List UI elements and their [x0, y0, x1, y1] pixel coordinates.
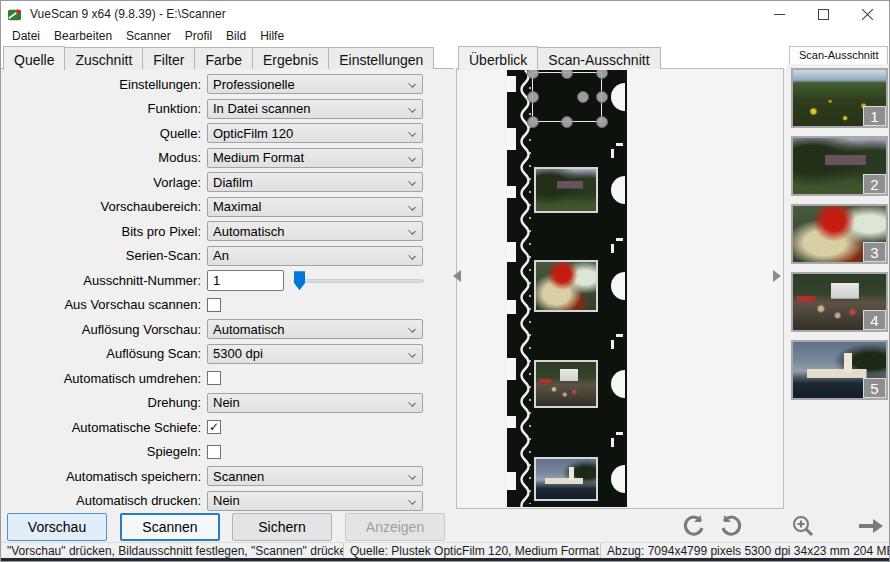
thumbnail-mission-church[interactable]: 5 [791, 340, 888, 400]
preview-button[interactable]: Vorschau [7, 513, 107, 541]
rotate-left-button[interactable] [682, 514, 706, 538]
preview-tab-ueberblick[interactable]: Überblick [458, 46, 538, 70]
film-edge-dots [529, 74, 531, 504]
film-edge-block [507, 300, 516, 314]
combo-preview-resolution[interactable]: Automatisch [207, 319, 423, 339]
tab-filter[interactable]: Filter [142, 47, 195, 69]
film-edge-mark [611, 340, 614, 349]
previous-frame-arrow[interactable] [453, 270, 461, 282]
crop-handle[interactable] [527, 70, 539, 79]
frame-number-slider[interactable] [293, 270, 424, 290]
film-frame-3[interactable] [534, 260, 598, 312]
combo-rotation[interactable]: Nein [207, 393, 423, 413]
combo-auto-print[interactable]: Nein [207, 491, 423, 511]
form-row-preview-area: Vorschaubereich:Maximal [1, 195, 454, 220]
crop-handle[interactable] [596, 116, 608, 128]
rotate-right-button[interactable] [719, 514, 743, 538]
film-edge-marking [513, 70, 535, 507]
thumbnail-sunflower-field[interactable]: 1 [791, 68, 888, 128]
combo-media[interactable]: Diafilm [207, 172, 423, 192]
label-frame-number: Ausschnitt-Nummer: [1, 273, 207, 288]
film-frame-2[interactable] [534, 167, 598, 213]
film-frame-4[interactable] [534, 360, 598, 408]
frame-number-input[interactable]: 1 [207, 270, 284, 291]
chevron-down-icon [408, 399, 416, 407]
film-photo-building-park [536, 169, 596, 211]
crop-handle[interactable] [577, 91, 589, 103]
menu-item-profil[interactable]: Profil [178, 28, 219, 44]
label-preview-resolution: Auflösung Vorschau: [1, 322, 207, 337]
tab-quelle[interactable]: Quelle [3, 46, 65, 70]
thumbnails-tab[interactable]: Scan-Ausschnitt [789, 46, 888, 64]
combo-settings[interactable]: Professionelle [207, 74, 423, 94]
film-frame-1[interactable] [532, 72, 602, 122]
close-button[interactable] [845, 1, 889, 27]
next-frame-arrow[interactable] [773, 270, 781, 282]
form-row-frame-number: Ausschnitt-Nummer:1 [1, 268, 454, 293]
film-edge-mark [611, 438, 614, 447]
checkbox-auto-skew[interactable]: ✓ [207, 420, 221, 434]
combo-value-media: Diafilm [208, 175, 253, 190]
crop-handle[interactable] [527, 116, 539, 128]
tab-ergebnis[interactable]: Ergebnis [252, 47, 329, 69]
film-strip[interactable] [507, 70, 627, 507]
checkbox-scan-from-preview[interactable] [207, 298, 221, 312]
combo-value-preview-area: Maximal [208, 199, 261, 214]
menu-item-scanner[interactable]: Scanner [119, 28, 178, 44]
status-output: Abzug: 7094x4799 pixels 5300 dpi 34x23 m… [600, 543, 889, 558]
film-frame-5[interactable] [534, 457, 598, 501]
tab-zuschnitt[interactable]: Zuschnitt [64, 47, 143, 69]
menu-item-hilfe[interactable]: Hilfe [253, 28, 291, 44]
checkbox-mirror[interactable] [207, 445, 221, 459]
combo-preview-area[interactable]: Maximal [207, 197, 423, 217]
form-row-batch-scan: Serien-Scan:An [1, 244, 454, 269]
menu-item-bearbeiten[interactable]: Bearbeiten [47, 28, 119, 44]
combo-auto-save[interactable]: Scannen [207, 466, 423, 486]
form-row-mirror: Spiegeln: [1, 440, 454, 465]
film-edge-block [507, 76, 516, 92]
thumbnail-building-park[interactable]: 2 [791, 136, 888, 196]
tab-farbe[interactable]: Farbe [194, 47, 253, 69]
combo-function[interactable]: In Datei scannen [207, 99, 423, 119]
checkbox-auto-flip[interactable] [207, 371, 221, 385]
tab-einstellungen[interactable]: Einstellungen [328, 47, 434, 69]
crop-handle[interactable] [561, 116, 573, 128]
chevron-down-icon [408, 325, 416, 333]
zoom-in-button[interactable] [791, 514, 815, 538]
chevron-down-icon [408, 497, 416, 505]
thumbnail-harbor-crowd[interactable]: 4 [791, 272, 888, 332]
film-edge-block [507, 358, 516, 380]
preview-tab-scan-ausschnitt[interactable]: Scan-Ausschnitt [537, 47, 660, 69]
button-bar: VorschauScannenSichernAnzeigen [1, 511, 889, 542]
label-bits-per-pixel: Bits pro Pixel: [1, 224, 207, 239]
maximize-button[interactable] [801, 1, 845, 27]
combo-batch-scan[interactable]: An [207, 246, 423, 266]
minimize-button[interactable] [757, 1, 801, 27]
scan-button[interactable]: Scannen [120, 513, 220, 541]
combo-scan-resolution[interactable]: 5300 dpi [207, 344, 423, 364]
save-button[interactable]: Sichern [232, 513, 332, 541]
vuescan-logo-icon [7, 7, 22, 22]
crop-handle[interactable] [596, 70, 608, 79]
menu-item-bild[interactable]: Bild [219, 28, 253, 44]
crop-handle[interactable] [527, 91, 539, 103]
slider-track[interactable] [293, 279, 424, 283]
slider-handle[interactable] [294, 271, 305, 290]
form-row-auto-save: Automatisch speichern:Scannen [1, 464, 454, 489]
form-row-settings: Einstellungen:Professionelle [1, 72, 454, 97]
combo-source[interactable]: OpticFilm 120 [207, 123, 423, 143]
thumbnail-rooster[interactable]: 3 [791, 204, 888, 264]
combo-value-source: OpticFilm 120 [208, 126, 293, 141]
crop-handle[interactable] [561, 70, 573, 79]
combo-mode[interactable]: Medium Format [207, 148, 423, 168]
film-edge-block [507, 186, 516, 198]
menu-item-datei[interactable]: Datei [5, 28, 47, 44]
crop-handle[interactable] [596, 91, 608, 103]
advance-frame-button[interactable] [857, 514, 881, 538]
film-edge-block [507, 472, 516, 490]
combo-bits-per-pixel[interactable]: Automatisch [207, 221, 423, 241]
label-batch-scan: Serien-Scan: [1, 248, 207, 263]
thumbnail-number-badge: 5 [863, 378, 886, 398]
combo-value-function: In Datei scannen [208, 101, 311, 116]
form-row-auto-print: Automatisch drucken:Nein [1, 489, 454, 512]
